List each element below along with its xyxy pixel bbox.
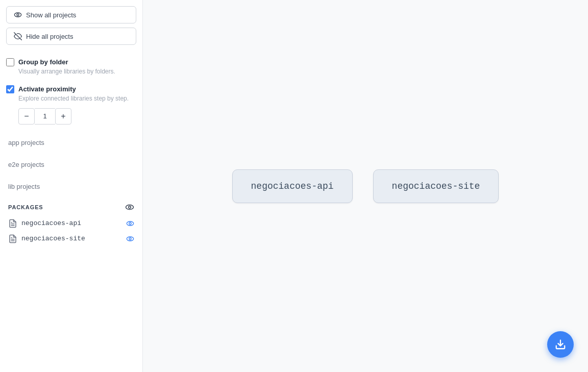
activate-proximity-row: Activate proximity Explore connected lib… [6,84,136,103]
app-projects-link[interactable]: app projects [8,139,44,146]
show-all-projects-label: Show all projects [26,11,76,19]
package-eye-icon-1[interactable] [126,219,134,228]
activate-proximity-desc: Explore connected libraries step by step… [18,94,129,103]
activate-proximity-text: Activate proximity Explore connected lib… [18,84,129,103]
svg-point-1 [17,14,19,16]
hide-all-projects-label: Hide all projects [26,33,74,40]
package-eye-icon-2[interactable] [126,235,134,243]
package-item-negociacoes-site[interactable]: negociacoes-site [6,231,136,246]
group-by-folder-label[interactable]: Group by folder [18,58,68,66]
packages-title: PACKAGES [8,204,43,210]
stepper-minus-button[interactable]: − [18,108,35,125]
download-icon [555,339,566,350]
nodes-container: negociacoes-api negociacoes-site [232,169,499,203]
package-file-icon-1 [8,219,17,228]
proximity-stepper: − 1 + [18,108,136,125]
svg-point-11 [127,237,133,241]
download-fab[interactable] [547,331,574,358]
packages-eye-icon[interactable] [125,203,134,212]
lib-projects-section: lib projects [6,183,136,190]
app-projects-section: app projects [6,139,136,146]
main-canvas: negociacoes-api negociacoes-site [143,0,588,372]
node-label-2: negociacoes-site [392,181,480,191]
options-section: Group by folder Visually arrange librari… [6,53,136,129]
e2e-projects-link[interactable]: e2e projects [8,161,44,168]
package-file-icon-2 [8,234,17,243]
svg-point-8 [129,222,131,225]
package-name-1: negociacoes-api [21,219,122,227]
activate-proximity-checkbox[interactable] [6,85,14,93]
group-by-folder-text: Group by folder Visually arrange librari… [18,57,115,76]
sidebar: Show all projects Hide all projects Grou… [0,0,143,372]
svg-point-7 [127,221,133,226]
e2e-projects-section: e2e projects [6,161,136,168]
lib-projects-link[interactable]: lib projects [8,183,40,190]
node-negociacoes-api[interactable]: negociacoes-api [232,169,353,203]
hide-all-projects-button[interactable]: Hide all projects [6,28,136,45]
show-all-projects-button[interactable]: Show all projects [6,6,136,23]
stepper-plus-button[interactable]: + [55,108,71,125]
package-item-negociacoes-api[interactable]: negociacoes-api [6,216,136,231]
svg-point-0 [14,13,21,17]
group-by-folder-desc: Visually arrange libraries by folders. [18,67,115,76]
activate-proximity-label[interactable]: Activate proximity [18,85,76,93]
eye-off-icon [14,32,22,40]
node-label-1: negociacoes-api [251,181,334,191]
eye-icon [14,11,22,19]
svg-point-4 [129,206,131,208]
group-by-folder-row: Group by folder Visually arrange librari… [6,57,136,76]
packages-header: PACKAGES [6,203,136,212]
package-name-2: negociacoes-site [21,235,122,242]
svg-point-3 [126,205,134,209]
group-by-folder-checkbox[interactable] [6,58,14,66]
node-negociacoes-site[interactable]: negociacoes-site [373,169,499,203]
stepper-value: 1 [35,108,55,125]
svg-point-12 [129,238,131,240]
